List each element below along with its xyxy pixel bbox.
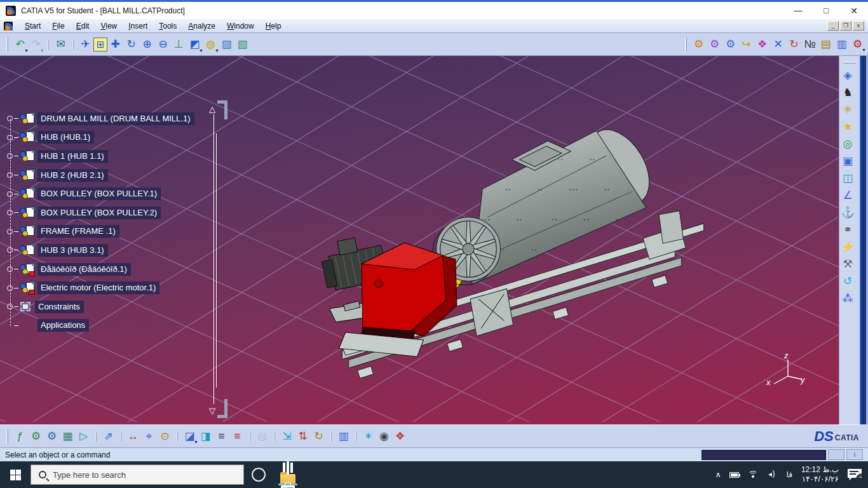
multi-instantiation-icon[interactable]: ⚙▼ [850,36,865,52]
notification-center-icon[interactable]: ۴ [848,469,862,480]
language-indicator[interactable]: فا [786,470,792,479]
toolbar-grip[interactable] [843,62,856,64]
coincidence-constraint-icon[interactable]: ◎ [839,135,856,152]
tree-node-toggle[interactable] [7,210,13,215]
mdi-close-button[interactable]: x [853,21,864,30]
tree-item-label[interactable]: BOX PULLEY (BOX PULLEY.1) [37,187,161,200]
normal-view-icon[interactable]: ⊥ [171,36,187,53]
tree-node-toggle[interactable] [7,191,13,197]
tree-item-label[interactable]: Constraints [35,301,84,313]
status-blank-button[interactable] [828,449,844,460]
microsoft-store-taskbar-button[interactable] [273,485,302,488]
selective-load-icon[interactable]: ▤ [818,36,834,52]
change-constraint-icon[interactable]: ↺ [839,273,856,290]
start-button[interactable] [0,461,31,488]
zoom-out-icon[interactable]: ⊖ [155,36,171,53]
tree-item-label[interactable]: HUB 3 (HUB 3.1) [37,244,108,257]
clash-icon[interactable]: ★ [839,118,856,135]
render-style-icon[interactable]: ◍▼ [203,36,219,53]
measure-inertia-icon[interactable]: ⊙ [157,428,173,444]
menu-view[interactable]: View [95,20,123,32]
quick-render-icon[interactable]: ◉ [376,428,392,444]
cortana-button[interactable] [244,461,273,488]
fit-all-in-icon[interactable]: ⊞ [93,37,107,51]
info-button[interactable]: i [846,449,863,460]
knowledge-inspector-icon[interactable]: ▷ [76,428,92,444]
isometric-view-icon[interactable]: ◩▼ [187,36,203,53]
new-product-icon[interactable]: ⚙ [707,36,722,52]
offset-constraint-icon[interactable]: ◫ [839,170,856,187]
taskbar-clock[interactable]: ب.ظ 12:12 ۱۴۰۴/۰۶/۲۶ [801,465,839,484]
tree-zoom-axis[interactable]: △ ▽ [208,105,224,413]
menu-analyze[interactable]: Analyze [182,20,221,32]
tree-node-toggle[interactable] [7,135,13,140]
menu-insert[interactable]: Insert [123,20,153,32]
task-view-taskbar-button[interactable] [273,461,302,474]
generate-numbering-icon[interactable]: № [802,36,818,53]
tree-node-toggle[interactable] [7,285,13,291]
clipping-plane-icon[interactable]: ◨ [198,428,214,444]
mdi-minimize-button[interactable]: _ [827,21,839,30]
undo-icon[interactable]: ↶▼ [12,36,28,53]
space-analysis-icon[interactable]: ✶ [360,428,376,444]
volume-icon[interactable] [767,471,777,478]
measure-between-icon[interactable]: ↔ [125,428,141,445]
instantiate-from-document-icon[interactable]: ⇗ [100,428,116,444]
manipulation-icon[interactable]: ◈ [839,67,856,84]
rotate-icon[interactable]: ↻ [123,36,139,53]
menu-edit[interactable]: Edit [71,20,95,32]
zoom-in-icon[interactable]: ⊕ [139,36,155,53]
manipulation-sequence-icon[interactable]: ⇅ [295,428,311,444]
mail-send-icon[interactable]: ✉ [53,36,69,53]
wifi-icon[interactable] [748,471,758,478]
tree-item-label[interactable]: HUB 1 (HUB 1.1) [37,150,108,163]
mdi-restore-button[interactable]: ❐ [840,21,851,30]
tree-item-label[interactable]: Electric motor (Electric motor.1) [37,281,159,294]
toolbar-grip[interactable] [6,430,8,444]
contact-constraint-icon[interactable]: ▣ [839,152,856,170]
battery-icon[interactable] [729,472,739,478]
smart-move-icon[interactable]: ♞ [839,84,856,101]
design-table-icon[interactable]: ▦ [60,428,76,444]
tree-node-toggle[interactable] [7,116,13,121]
tree-item-label[interactable]: HUB 2 (HUB 2.1) [37,169,108,182]
redo-icon[interactable]: ↷▼ [28,36,44,53]
minimize-button[interactable]: — [784,2,812,19]
spec-tree-collapse-icon[interactable]: ≡ [229,428,245,445]
fix-constraint-icon[interactable]: ⚓ [839,204,856,221]
tree-item-label[interactable]: Ðåäóêòîð (Ðåäóêòîð.1) [37,263,131,276]
menu-file[interactable]: File [46,20,70,32]
power-input-field[interactable] [702,450,826,460]
catalog-browser-icon[interactable]: ▥ [336,428,351,444]
tree-node-toggle[interactable] [7,172,13,178]
view-mode-icon[interactable]: ▧ [234,36,250,53]
3d-viewport[interactable]: DRUM BALL MILL (DRUM BALL MILL.1)HUB (HU… [0,56,839,424]
tree-item-label[interactable]: DRUM BALL MILL (DRUM BALL MILL.1) [37,112,194,125]
spec-tree-expand-icon[interactable]: ≡ [214,428,229,445]
tree-item-label[interactable]: Applications [37,319,89,332]
knowledge-rules-icon[interactable]: ⚙ [28,428,44,444]
tree-node-toggle[interactable] [7,266,13,272]
tree-scroll-up-icon[interactable]: △ [209,104,215,114]
maximize-button[interactable]: □ [812,2,840,19]
tray-chevron-icon[interactable]: ∧ [715,470,721,479]
toolbar-grip[interactable] [685,37,687,51]
quick-view-icon[interactable]: ▨ [219,36,234,53]
close-button[interactable]: ✕ [840,2,868,19]
tree-node-toggle[interactable] [7,247,13,253]
taskbar-search-input[interactable]: Type here to search [31,464,244,485]
toolbar-grip[interactable] [6,37,8,51]
graph-tree-reordering-icon[interactable]: ↻ [786,36,802,52]
tree-scroll-down-icon[interactable]: ▽ [209,406,215,416]
explode-icon[interactable]: ✳ [839,101,856,118]
menu-help[interactable]: Help [260,20,287,32]
fast-multi-instantiation-icon[interactable]: ❖ [754,36,770,52]
fix-together-icon[interactable]: ⚭ [839,221,856,238]
menu-start[interactable]: Start [19,20,46,32]
new-component-icon[interactable]: ⚙ [691,36,707,52]
tree-node-toggle[interactable] [7,304,13,309]
quick-constraint-icon[interactable]: ⚡ [839,238,856,255]
graph-reorder-icon[interactable]: ↻ [311,428,327,444]
apply-material-icon[interactable]: ❖ [392,428,408,444]
tree-node-toggle[interactable] [7,229,13,234]
